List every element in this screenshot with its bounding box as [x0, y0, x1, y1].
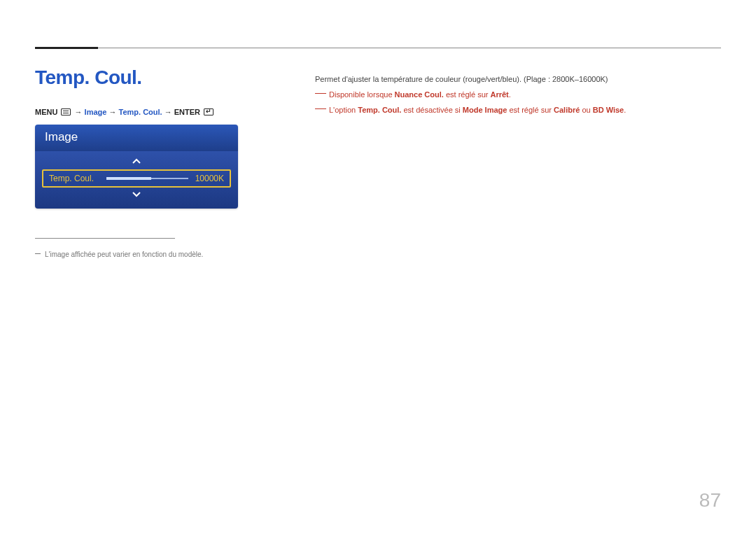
desc-note-1: Disponible lorsque Nuance Coul. est régl… [315, 88, 714, 102]
bc-image: Image [85, 108, 107, 116]
footnote-rule [35, 238, 175, 239]
chevron-up-icon [132, 157, 141, 164]
page-number: 87 [699, 489, 721, 512]
menu-item-slider[interactable] [106, 176, 188, 181]
bc-temp: Temp. Coul. [119, 108, 162, 116]
chevron-down-icon [132, 191, 141, 198]
description-block: Permet d'ajuster la température de coule… [315, 73, 714, 118]
menu-icon [61, 108, 71, 115]
bc-enter: ENTER [174, 108, 200, 116]
bc-arrow-1: → [75, 108, 83, 116]
menu-panel: Image Temp. Coul. 10000K [35, 125, 238, 209]
note-dash-icon [315, 93, 326, 94]
page-title: Temp. Coul. [35, 66, 142, 89]
menu-item-value: 10000K [195, 174, 224, 183]
top-rule [35, 48, 721, 48]
menu-panel-body: Temp. Coul. 10000K [35, 151, 238, 209]
footnote-dash-icon [35, 253, 41, 254]
arrow-up-button[interactable] [42, 155, 231, 168]
menu-panel-header: Image [35, 125, 238, 151]
top-rule-bold [35, 47, 98, 49]
bc-arrow-3: → [164, 108, 172, 116]
desc-line-1: Permet d'ajuster la température de coule… [315, 73, 714, 87]
footnote-text: L'image affichée peut varier en fonction… [45, 251, 203, 258]
desc-note-2: L'option Temp. Coul. est désactivée si M… [315, 104, 714, 118]
bc-arrow-2: → [108, 108, 116, 116]
menu-item-label: Temp. Coul. [49, 174, 94, 183]
footnote: L'image affichée peut varier en fonction… [35, 251, 203, 258]
note-dash-icon [315, 108, 326, 109]
enter-icon [204, 108, 214, 115]
bc-menu: MENU [35, 108, 57, 116]
breadcrumb: MENU → Image → Temp. Coul. → ENTER [35, 108, 215, 116]
menu-item-temp-coul[interactable]: Temp. Coul. 10000K [42, 169, 231, 188]
arrow-down-button[interactable] [42, 189, 231, 202]
